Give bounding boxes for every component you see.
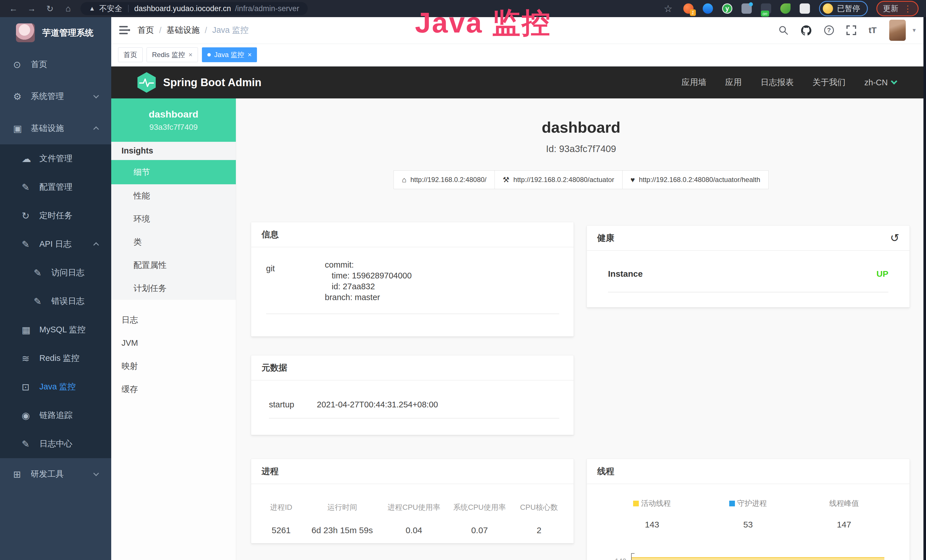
extension-icon-leaf[interactable] [780, 3, 791, 14]
gear-icon: ⚙ [13, 91, 31, 102]
sidebar-item-home[interactable]: ⊙ 首页 [0, 48, 111, 80]
extension-icon-y[interactable]: y [722, 3, 732, 14]
sidebar-item-api-logs[interactable]: ✎ API 日志 [0, 230, 111, 259]
sba-nav-applications[interactable]: 应用 [725, 77, 742, 88]
page-instance-id: Id: 93a3fc7f7409 [236, 144, 926, 154]
extensions-puzzle-icon[interactable] [800, 3, 810, 14]
actuator-url-link[interactable]: ⚒ http://192.168.0.2:48080/actuator [495, 170, 623, 189]
history-icon: ↻ [22, 210, 39, 221]
sidebar-item-config-mgmt[interactable]: ✎ 配置管理 [0, 173, 111, 201]
update-label: 更新 [883, 3, 898, 14]
tag-redis-monitor[interactable]: Redis 监控 × [147, 47, 198, 62]
close-icon[interactable]: × [248, 51, 251, 59]
dashboard-icon: ⊙ [13, 59, 31, 70]
insights-item-scheduled-tasks[interactable]: 计划任务 [111, 277, 236, 300]
sba-brand-title: Spring Boot Admin [163, 76, 262, 89]
insights-section: Insights 细节 性能 环境 类 配置属性 计划任务 [111, 142, 236, 300]
sidebar-item-infrastructure[interactable]: ▣ 基础设施 [0, 112, 111, 144]
home-icon[interactable]: ⌂ [62, 4, 74, 14]
user-menu-caret-icon[interactable]: ▾ [912, 27, 916, 34]
app-logo[interactable]: 芋道管理系统 [0, 17, 111, 48]
instance-item-mappings[interactable]: 映射 [111, 354, 236, 378]
insights-item-classes[interactable]: 类 [111, 230, 236, 254]
sba-nav-about[interactable]: 关于我们 [813, 77, 846, 88]
sidebar-item-file-mgmt[interactable]: ☁ 文件管理 [0, 144, 111, 173]
extension-icon-pin[interactable] [703, 3, 713, 14]
sidebar-item-log-center[interactable]: ✎ 日志中心 [0, 430, 111, 458]
sba-nav-journal[interactable]: 日志报表 [761, 77, 794, 88]
extension-icon-switch[interactable]: on [761, 3, 771, 14]
y-axis-tick: 140 [609, 557, 626, 560]
insights-item-config-props[interactable]: 配置属性 [111, 254, 236, 277]
not-secure-warning-icon: ▲ [89, 5, 95, 12]
breadcrumb-separator: / [159, 26, 162, 35]
window-edge-strip [923, 17, 926, 560]
sidebar-item-java-monitor[interactable]: ⊡ Java 监控 [0, 372, 111, 401]
hamburger-icon[interactable] [119, 26, 130, 35]
wrench-icon: ⚒ [503, 176, 509, 184]
instance-item-caches[interactable]: 缓存 [111, 378, 236, 401]
instance-header[interactable]: dashboard 93a3fc7f7409 [111, 98, 236, 142]
fullscreen-icon[interactable] [846, 26, 856, 35]
reload-icon[interactable]: ↻ [44, 4, 56, 14]
back-icon[interactable]: ← [8, 4, 20, 14]
browser-update-button[interactable]: 更新 ⋮ [876, 1, 918, 16]
browser-menu-icon[interactable]: ⋮ [903, 4, 912, 14]
bookmark-star-icon[interactable]: ☆ [664, 3, 672, 14]
not-secure-label: 不安全 [99, 3, 123, 14]
extension-icon-grid[interactable] [741, 3, 752, 14]
health-instance-row: Instance UP [608, 269, 888, 292]
edit-icon: ✎ [22, 239, 39, 250]
home-icon: ⌂ [402, 176, 406, 184]
instance-sidebar: dashboard 93a3fc7f7409 Insights 细节 性能 环境… [111, 98, 236, 560]
forward-icon[interactable]: → [26, 4, 38, 14]
health-url-link[interactable]: ♥ http://192.168.0.2:48080/actuator/heal… [622, 170, 769, 189]
sidebar-item-system-mgmt[interactable]: ⚙ 系统管理 [0, 80, 111, 112]
status-badge: UP [876, 269, 888, 279]
url-host: dashboard.yudao.iocoder.cn [134, 4, 231, 13]
url-path: /infra/admin-server [235, 4, 299, 13]
url-bar[interactable]: ▲ 不安全 dashboard.yudao.iocoder.cn/infra/a… [80, 2, 308, 15]
instance-item-logs[interactable]: 日志 [111, 309, 236, 331]
tags-view-bar: 首页 Redis 监控 × Java 监控 × [111, 43, 926, 67]
sidebar-item-redis-monitor[interactable]: ≋ Redis 监控 [0, 344, 111, 372]
instance-url-link[interactable]: ⌂ http://192.168.0.2:48080/ [393, 170, 495, 189]
close-icon[interactable]: × [189, 51, 192, 59]
insights-item-metrics[interactable]: 性能 [111, 184, 236, 207]
insights-item-details[interactable]: 细节 [111, 160, 236, 184]
tag-java-monitor[interactable]: Java 监控 × [202, 47, 257, 62]
profile-paused-badge[interactable]: 已暂停 [819, 1, 868, 16]
sidebar-item-dev-tools[interactable]: ⊞ 研发工具 [0, 458, 111, 490]
search-icon[interactable] [779, 26, 788, 35]
insights-item-environment[interactable]: 环境 [111, 207, 236, 230]
screen: ← → ↻ ⌂ ▲ 不安全 dashboard.yudao.iocoder.cn… [0, 0, 926, 560]
threads-stat-daemon: 守护进程 53 [700, 498, 796, 530]
sidebar-item-access-logs[interactable]: ✎ 访问日志 [0, 259, 111, 287]
threads-card-title: 线程 [597, 466, 614, 477]
threads-stat-peak: 线程峰值 147 [796, 498, 892, 530]
sidebar-item-scheduled-tasks[interactable]: ↻ 定时任务 [0, 201, 111, 230]
sidebar-item-mysql-monitor[interactable]: ▦ MySQL 监控 [0, 316, 111, 344]
history-icon[interactable]: ↺ [890, 233, 899, 243]
instance-item-jvm[interactable]: JVM [111, 331, 236, 354]
sidebar-item-tracing[interactable]: ◉ 链路追踪 [0, 401, 111, 430]
help-icon[interactable]: ? [824, 26, 834, 35]
process-pid: 5261 [260, 525, 303, 535]
extension-icon-orange[interactable]: 1 [683, 3, 694, 14]
info-card-title: 信息 [262, 229, 278, 241]
eye-icon: ◉ [22, 410, 39, 421]
app-sidebar: 芋道管理系统 ⊙ 首页 ⚙ 系统管理 ▣ 基础设施 ☁ 文件管理 ✎ 配置管理 [0, 17, 111, 560]
sidebar-submenu-infrastructure: ☁ 文件管理 ✎ 配置管理 ↻ 定时任务 ✎ API 日志 ✎ 访问日志 ✎ [0, 144, 111, 458]
breadcrumb-infrastructure[interactable]: 基础设施 [166, 24, 200, 36]
sba-locale-select[interactable]: zh-CN [864, 78, 896, 87]
sidebar-item-error-logs[interactable]: ✎ 错误日志 [0, 287, 111, 316]
github-icon[interactable] [801, 25, 812, 35]
metadata-card: 元数据 startup 2021-04-27T00:44:31.254+08:0… [251, 355, 574, 435]
font-size-icon[interactable]: tT [869, 26, 877, 35]
user-avatar[interactable] [889, 20, 906, 41]
breadcrumb-home[interactable]: 首页 [138, 24, 154, 36]
chevron-up-icon [93, 242, 99, 248]
tag-home[interactable]: 首页 [118, 47, 142, 62]
sba-nav-wallboard[interactable]: 应用墙 [682, 77, 707, 88]
info-value: commit: time: 1596289704000 id: 27aa832 … [325, 259, 412, 303]
